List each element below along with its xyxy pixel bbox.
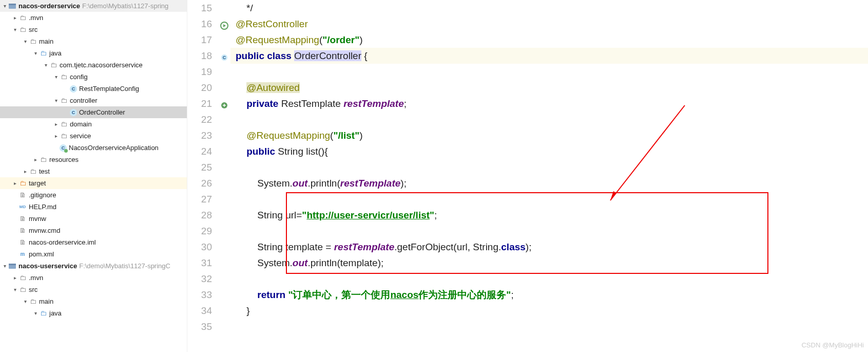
maven-icon: m xyxy=(18,250,27,258)
tree-test[interactable]: ▸🗀test xyxy=(0,165,187,177)
tree-helpmd[interactable]: MDHELP.md xyxy=(0,201,187,213)
source-folder-icon: 🗀 xyxy=(39,309,47,318)
folder-icon: 🗀 xyxy=(18,14,27,22)
project-name: nacos-orderservice xyxy=(18,2,80,10)
file-icon: 🗎 xyxy=(18,227,27,235)
folder-icon: 🗀 xyxy=(18,274,27,282)
chevron-right-icon[interactable]: ▸ xyxy=(32,157,39,162)
module-icon xyxy=(8,262,16,270)
chevron-down-icon[interactable]: ▾ xyxy=(52,98,60,103)
tree-pom[interactable]: mpom.xml xyxy=(0,248,187,260)
tree-main[interactable]: ▾🗀main xyxy=(0,35,187,47)
tree-mvn2[interactable]: ▸🗀.mvn xyxy=(0,272,187,284)
tree-mvnw[interactable]: 🗎mvnw xyxy=(0,213,187,225)
tree-resources[interactable]: ▸🗀resources xyxy=(0,154,187,165)
class-icon: C xyxy=(70,109,77,116)
package-icon: 🗀 xyxy=(60,120,68,128)
chevron-down-icon[interactable]: ▾ xyxy=(32,310,39,316)
tree-mvnwcmd[interactable]: 🗎mvnw.cmd xyxy=(0,225,187,236)
tree-ordercontroller[interactable]: COrderController xyxy=(0,106,187,118)
folder-icon: 🗀 xyxy=(29,168,37,176)
project-path: F:\demo\Mybatis\1127-spring xyxy=(82,2,168,10)
tree-controller[interactable]: ▾🗀controller xyxy=(0,95,187,106)
chevron-down-icon[interactable]: ▾ xyxy=(1,263,8,269)
tree-project-orderservice[interactable]: ▾ nacos-orderservice F:\demo\Mybatis\112… xyxy=(0,0,187,12)
chevron-down-icon[interactable]: ▾ xyxy=(22,299,29,304)
file-icon: 🗎 xyxy=(18,191,27,199)
project-path: F:\demo\Mybatis\1127-springC xyxy=(79,262,170,270)
chevron-right-icon[interactable]: ▸ xyxy=(52,121,60,127)
tree-config[interactable]: ▾🗀config xyxy=(0,71,187,83)
tree-service[interactable]: ▸🗀service xyxy=(0,130,187,142)
class-icon: C xyxy=(70,85,77,92)
chevron-right-icon[interactable]: ▸ xyxy=(22,169,29,174)
tree-gitignore[interactable]: 🗎.gitignore xyxy=(0,189,187,201)
chevron-down-icon[interactable]: ▾ xyxy=(42,62,49,68)
run-gutter-icon[interactable] xyxy=(218,17,230,33)
package-icon: 🗀 xyxy=(60,73,68,81)
tree-src2[interactable]: ▾🗀src xyxy=(0,284,187,295)
source-folder-icon: 🗀 xyxy=(39,49,47,58)
chevron-down-icon[interactable]: ▾ xyxy=(11,287,18,292)
code-area[interactable]: */ @RestController @RequestMapping("/ord… xyxy=(230,0,868,352)
runnable-class-icon: C xyxy=(60,144,67,152)
tree-java2[interactable]: ▾🗀java xyxy=(0,307,187,319)
code-editor[interactable]: 1516171819202122232425262728293031323334… xyxy=(187,0,868,352)
line-number-gutter: 1516171819202122232425262728293031323334… xyxy=(187,0,218,352)
chevron-down-icon[interactable]: ▾ xyxy=(32,50,39,56)
iml-icon: 🗎 xyxy=(18,238,27,247)
tree-app-class[interactable]: CNacosOrderserviceApplication xyxy=(0,142,187,154)
chevron-right-icon[interactable]: ▸ xyxy=(52,133,60,139)
tree-src[interactable]: ▾🗀src xyxy=(0,24,187,35)
file-icon: 🗎 xyxy=(18,215,27,223)
class-gutter-icon[interactable]: C xyxy=(218,49,230,65)
chevron-right-icon[interactable]: ▸ xyxy=(11,180,18,186)
chevron-down-icon[interactable]: ▾ xyxy=(11,27,18,32)
chevron-right-icon[interactable]: ▸ xyxy=(11,15,18,21)
project-name: nacos-userservice xyxy=(18,262,77,270)
chevron-down-icon[interactable]: ▾ xyxy=(1,3,8,9)
folder-icon: 🗀 xyxy=(29,298,37,306)
chevron-down-icon[interactable]: ▾ xyxy=(52,74,60,80)
tree-main2[interactable]: ▾🗀main xyxy=(0,295,187,307)
tree-java[interactable]: ▾🗀java xyxy=(0,47,187,59)
watermark: CSDN @MyBlogHiHi xyxy=(801,341,864,349)
tree-project-userservice[interactable]: ▾ nacos-userservice F:\demo\Mybatis\1127… xyxy=(0,260,187,272)
excluded-folder-icon: 🗀 xyxy=(18,179,27,188)
gutter-icon-column: C xyxy=(218,0,230,352)
svg-rect-1 xyxy=(9,4,16,5)
folder-icon: 🗀 xyxy=(18,286,27,294)
tree-domain[interactable]: ▸🗀domain xyxy=(0,118,187,130)
package-icon: 🗀 xyxy=(49,61,57,69)
markdown-icon: MD xyxy=(18,203,27,211)
tree-package[interactable]: ▾🗀com.tjetc.nacosorderservice xyxy=(0,59,187,71)
folder-icon: 🗀 xyxy=(29,38,37,46)
bean-gutter-icon[interactable] xyxy=(218,97,230,113)
tree-iml[interactable]: 🗎nacos-orderservice.iml xyxy=(0,236,187,248)
tree-resttemplateconfig[interactable]: CRestTemplateConfig xyxy=(0,83,187,95)
module-icon xyxy=(8,2,16,10)
chevron-down-icon[interactable]: ▾ xyxy=(22,39,29,44)
folder-icon: 🗀 xyxy=(18,26,27,34)
svg-rect-3 xyxy=(9,264,16,265)
chevron-right-icon[interactable]: ▸ xyxy=(11,275,18,281)
resources-folder-icon: 🗀 xyxy=(39,156,47,164)
current-line[interactable]: public class OrderController { xyxy=(230,48,868,64)
svg-text:C: C xyxy=(223,55,226,60)
package-icon: 🗀 xyxy=(60,132,68,140)
project-tree[interactable]: ▾ nacos-orderservice F:\demo\Mybatis\112… xyxy=(0,0,187,352)
package-icon: 🗀 xyxy=(60,97,68,105)
tree-target[interactable]: ▸🗀target xyxy=(0,177,187,189)
tree-mvn[interactable]: ▸🗀.mvn xyxy=(0,12,187,24)
